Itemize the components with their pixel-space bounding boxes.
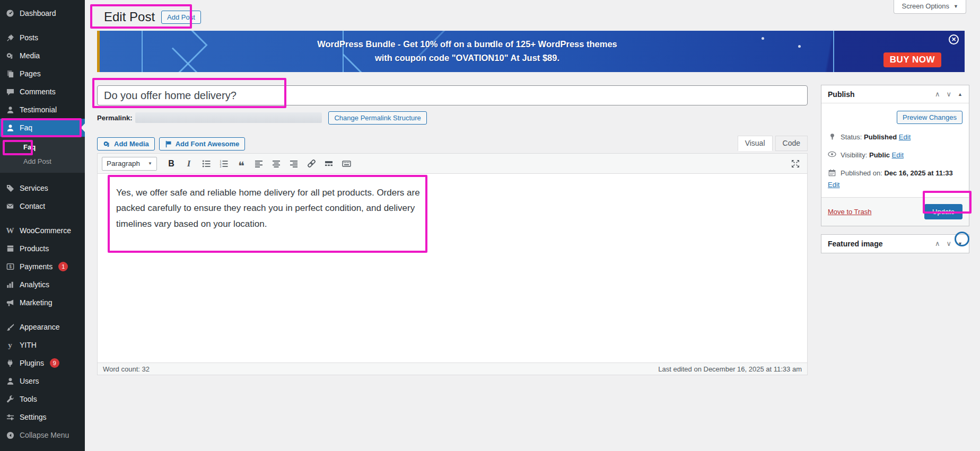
sidebar-item-testimonial[interactable]: Testimonial [0, 101, 85, 119]
edit-visibility-link[interactable]: Edit [892, 151, 904, 159]
move-down-icon[interactable]: ∨ [947, 240, 952, 247]
add-font-awesome-button[interactable]: Add Font Awesome [159, 137, 246, 151]
status-row: Status: Published Edit [828, 132, 962, 142]
add-media-button[interactable]: Add Media [97, 137, 155, 151]
sidebar-item-yith[interactable]: y YITH [0, 336, 85, 354]
published-on-row: Published on: Dec 16, 2025 at 11:33 [828, 169, 962, 178]
editor-content-area[interactable]: Yes, we offer safe and reliable home del… [98, 174, 807, 362]
sidebar-item-marketing[interactable]: Marketing [0, 294, 85, 312]
faq-submenu: Faq Add Post [0, 137, 85, 173]
move-up-icon[interactable]: ∧ [935, 240, 940, 247]
sidebar-item-collapse-menu[interactable]: Collapse Menu [0, 426, 85, 444]
yith-icon: y [5, 341, 15, 349]
chevron-down-icon: ▼ [148, 161, 152, 166]
banner-text: WordPress Bundle - Get 10% off on a bund… [97, 31, 837, 72]
post-editor: Paragraph ▼ B I 123 ❝ Yes, we offer safe… [97, 153, 808, 375]
numbered-list-icon[interactable]: 123 [216, 157, 231, 171]
edit-published-date-link[interactable]: Edit [828, 181, 839, 189]
sidebar-item-label: Appearance [20, 323, 60, 331]
sidebar-item-settings[interactable]: Settings [0, 408, 85, 426]
pages-icon [5, 69, 15, 78]
media-icon [5, 51, 15, 60]
sidebar-item-label: Contact [20, 202, 45, 210]
bulleted-list-icon[interactable] [199, 157, 214, 171]
read-more-icon[interactable] [321, 157, 336, 171]
paragraph-style-dropdown[interactable]: Paragraph ▼ [102, 157, 157, 171]
sidebar-item-label: Plugins [20, 359, 44, 367]
sidebar-item-products[interactable]: Products [0, 240, 85, 258]
sidebar-item-posts[interactable]: Posts [0, 29, 85, 47]
editor-top-row: Add Media Add Font Awesome Visual Code [97, 135, 808, 151]
keyboard-shortcuts-icon[interactable] [339, 157, 354, 171]
visibility-row: Visibility: Public Edit [828, 151, 962, 160]
sidebar-item-label: Media [20, 51, 40, 60]
sidebar-item-label: Payments [20, 262, 52, 271]
sidebar-item-dashboard[interactable]: Dashboard [0, 4, 85, 22]
fullscreen-icon[interactable] [788, 157, 803, 171]
svg-text:3: 3 [220, 164, 221, 167]
pushpin-icon [5, 33, 15, 42]
right-sidebar: Publish ∧ ∨ ▲ Preview Changes Status: Pu… [821, 85, 969, 253]
align-right-icon[interactable] [286, 157, 301, 171]
bold-icon[interactable]: B [164, 157, 179, 171]
person-icon [5, 123, 15, 132]
sidebar-item-label: Testimonial [20, 105, 57, 114]
sidebar-item-contact[interactable]: Contact [0, 197, 85, 215]
edit-status-link[interactable]: Edit [899, 133, 911, 141]
sidebar-item-tools[interactable]: Tools [0, 390, 85, 408]
sidebar-item-woocommerce[interactable]: W WooCommerce [0, 222, 85, 240]
update-button[interactable]: Update [924, 204, 962, 219]
change-permalink-button[interactable]: Change Permalink Structure [328, 111, 426, 125]
move-up-icon[interactable]: ∧ [935, 90, 940, 98]
tab-visual[interactable]: Visual [738, 136, 773, 151]
eye-icon [828, 151, 836, 157]
sidebar-item-appearance[interactable]: Appearance [0, 318, 85, 336]
submenu-item-faq[interactable]: Faq [0, 140, 85, 154]
move-to-trash-link[interactable]: Move to Trash [828, 208, 871, 216]
envelope-icon [5, 202, 15, 210]
sidebar-item-services[interactable]: Services [0, 179, 85, 197]
plug-icon [5, 359, 15, 367]
status-label: Status: [841, 133, 862, 141]
align-left-icon[interactable] [251, 157, 266, 171]
visibility-label: Visibility: [841, 151, 867, 159]
sidebar-item-label: Users [20, 377, 39, 385]
sidebar-item-users[interactable]: Users [0, 372, 85, 390]
collapse-arrow-icon [5, 431, 15, 439]
status-value: Published [864, 133, 897, 141]
sidebar-item-plugins[interactable]: Plugins 9 [0, 354, 85, 372]
sidebar-item-comments[interactable]: Comments [0, 83, 85, 101]
buy-now-button[interactable]: BUY NOW [883, 52, 941, 67]
woocommerce-icon: W [5, 226, 15, 235]
link-icon[interactable] [304, 157, 319, 171]
submenu-item-add-post[interactable]: Add Post [0, 154, 85, 169]
italic-icon[interactable]: I [181, 157, 196, 171]
sidebar-item-faq[interactable]: Faq [0, 119, 85, 137]
published-on-label: Published on: [841, 169, 882, 177]
wrench-icon [5, 395, 15, 403]
sidebar-item-label: Settings [20, 413, 47, 421]
sidebar-item-payments[interactable]: $ Payments 1 [0, 258, 85, 276]
add-post-button[interactable]: Add Post [161, 11, 201, 24]
tab-code[interactable]: Code [775, 136, 808, 151]
banner-close-icon[interactable]: ✕ [949, 34, 959, 45]
page-header-row: Edit Post Add Post [97, 5, 980, 29]
sidebar-item-pages[interactable]: Pages [0, 65, 85, 83]
panel-toggle-icon[interactable]: ▲ [958, 92, 962, 97]
panel-toggle-icon[interactable]: ▼ [958, 241, 962, 246]
person-icon [5, 105, 15, 114]
sidebar-item-label: Analytics [20, 280, 49, 289]
post-title-input[interactable] [97, 85, 808, 105]
move-down-icon[interactable]: ∨ [947, 90, 952, 98]
sidebar-item-media[interactable]: Media [0, 47, 85, 65]
publish-panel-header[interactable]: Publish ∧ ∨ ▲ [821, 85, 969, 103]
screen-options-button[interactable]: Screen Options ▼ [894, 0, 966, 14]
featured-image-panel-header[interactable]: Featured image ∧ ∨ ▼ [821, 235, 969, 253]
sidebar-item-label: Faq [20, 123, 32, 132]
sidebar-item-analytics[interactable]: Analytics [0, 276, 85, 294]
preview-changes-button[interactable]: Preview Changes [897, 111, 962, 124]
published-on-value: Dec 16, 2025 at 11:33 [884, 169, 952, 177]
align-center-icon[interactable] [269, 157, 284, 171]
plugins-badge: 9 [50, 358, 59, 368]
blockquote-icon[interactable]: ❝ [234, 157, 249, 171]
